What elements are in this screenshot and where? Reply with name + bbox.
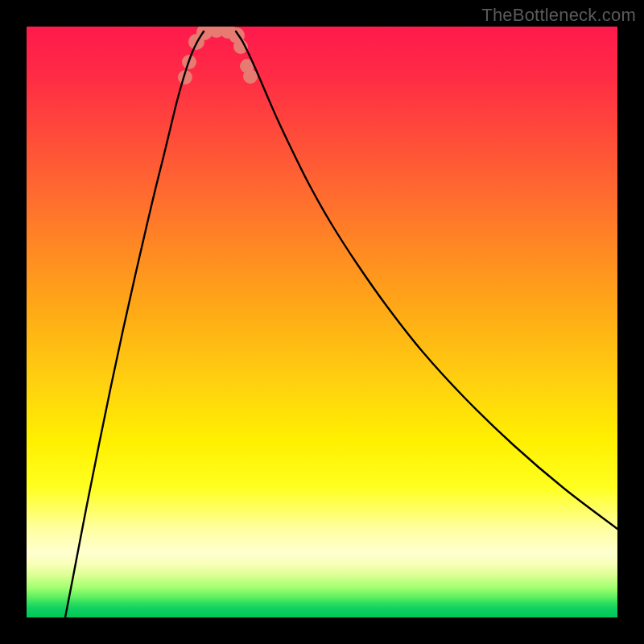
marker-dot: [243, 69, 258, 84]
curve-right-branch: [236, 31, 617, 529]
plot-area: [27, 27, 617, 617]
curve-left-branch: [65, 31, 204, 617]
salmon-dots-group: [178, 27, 258, 85]
curve-layer: [27, 27, 617, 617]
watermark-text: TheBottleneck.com: [481, 5, 636, 26]
chart-frame: TheBottleneck.com: [0, 0, 644, 644]
